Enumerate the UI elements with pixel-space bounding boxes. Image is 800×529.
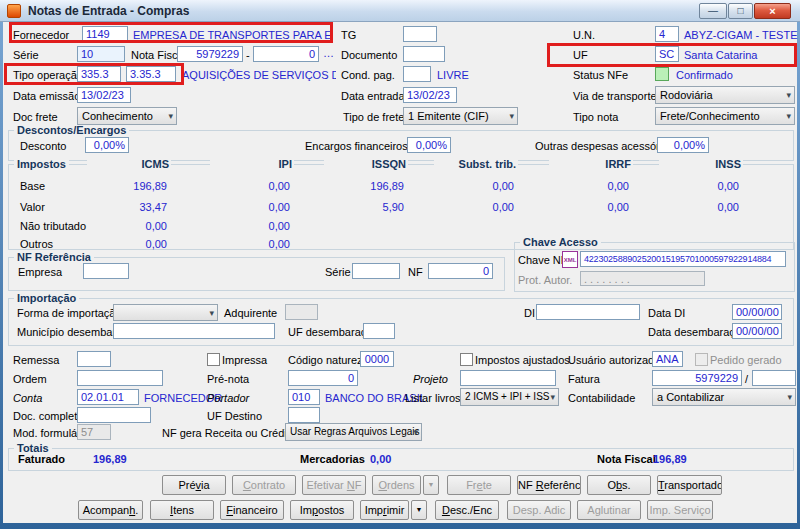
impostos-cell: 0,00 — [97, 238, 167, 250]
fatura-field[interactable]: 5979229 — [652, 370, 742, 386]
minimize-button[interactable]: — — [699, 3, 727, 19]
maximize-button[interactable]: □ — [728, 3, 753, 19]
doc-frete-select[interactable]: Conhecimento▾ — [77, 107, 177, 125]
di-field[interactable] — [536, 304, 640, 320]
serie-field[interactable]: 10 — [77, 46, 125, 62]
codigo-natureza-field[interactable]: 0000 — [360, 351, 394, 367]
desconto-field[interactable]: 0,00% — [85, 137, 129, 153]
pedido-gerado-label: Pedido gerado — [710, 354, 782, 366]
ordens-dropdown-arrow-icon: ▼ — [423, 475, 439, 495]
impostos-cell: 0,00 — [669, 180, 739, 192]
nota-fiscal-total-label: Nota Fiscal — [597, 453, 656, 465]
impostos-button[interactable]: Impostos — [290, 500, 354, 520]
efetivar-nf-button: Efetivar NF — [302, 475, 366, 495]
codigo-natureza-label: Código natureza — [288, 354, 369, 366]
chave-nfe-field[interactable]: 422302588902520015195701000597922914884 — [580, 251, 786, 267]
conta-field[interactable]: 02.01.01 — [77, 389, 139, 405]
xml-icon[interactable]: XML — [562, 251, 578, 268]
faturado-value: 196,89 — [93, 453, 127, 465]
data-di-field[interactable]: 00/00/00 — [732, 304, 782, 320]
encargos-field[interactable]: 0,00% — [407, 137, 451, 153]
di-label: DI — [524, 307, 535, 319]
nota-fiscal-sep: - — [246, 49, 250, 61]
data-di-label: Data DI — [648, 307, 685, 319]
previa-button[interactable]: Prévia — [162, 475, 226, 495]
uf-destino-field[interactable] — [288, 407, 320, 423]
data-emissao-field[interactable]: 13/02/23 — [77, 87, 131, 103]
listar-livros-select[interactable]: 2 ICMS + IPI + ISS▾ — [460, 388, 559, 406]
un-code-field[interactable]: 4 — [655, 26, 679, 42]
doc-frete-value: Conhecimento — [82, 110, 153, 122]
nota-fiscal-field-2[interactable]: 0 — [253, 46, 319, 62]
fatura-field-2[interactable] — [752, 370, 796, 386]
transportadora-button[interactable]: Transportadora — [657, 475, 722, 495]
via-transporte-select[interactable]: Rodoviária▾ — [655, 86, 795, 104]
nf-ref-label: NF — [408, 266, 423, 278]
prot-autor-field: . . . . . . . . — [580, 271, 705, 286]
pre-nota-field[interactable]: 0 — [288, 370, 358, 386]
uf-field[interactable]: SC — [655, 46, 679, 62]
obs-button[interactable]: Obs. — [587, 475, 651, 495]
desc-enc-button[interactable]: Desc./Enc — [435, 500, 499, 520]
ordem-field[interactable] — [77, 370, 163, 386]
documento-label: Documento — [341, 49, 397, 61]
tipo-frete-select[interactable]: 1 Emitente (CIF)▾ — [403, 107, 518, 125]
usuario-autorizado-field[interactable]: ANA — [652, 351, 683, 367]
ordens-button: Ordens — [372, 475, 421, 495]
nota-fiscal-field[interactable]: 5979229 — [177, 46, 243, 62]
outras-despesas-field[interactable]: 0,00% — [657, 137, 709, 153]
uf-destino-label: UF Destino — [207, 410, 262, 422]
impostos-col-icms: ICMS — [87, 158, 171, 170]
group-importacao-title: Importação — [14, 292, 79, 304]
nf-gera-select[interactable]: Usar Regras Arquivos Legais▾ — [285, 423, 422, 441]
chevron-down-icon: ▾ — [787, 392, 792, 402]
tipo-operacao-field-2[interactable]: 3.35.3 — [126, 66, 176, 82]
empresa-field[interactable] — [83, 263, 129, 279]
uf-desembaraco-field[interactable] — [363, 323, 395, 339]
tipo-nota-select[interactable]: Frete/Conhecimento▾ — [655, 107, 795, 125]
group-impostos-title: Impostos — [14, 158, 69, 170]
adquirente-label: Adquirente — [224, 307, 277, 319]
tg-field[interactable] — [403, 26, 437, 42]
tipo-operacao-label: Tipo operação — [13, 69, 83, 81]
impostos-col-issqn: ISSQN — [324, 158, 408, 170]
minimize-icon: — — [708, 6, 718, 16]
status-nfe-label: Status NFe — [573, 69, 628, 81]
acompanh-button[interactable]: Acompanh. — [78, 500, 143, 520]
documento-field[interactable] — [403, 46, 445, 62]
impressa-checkbox[interactable] — [207, 353, 220, 366]
more-button[interactable]: … — [323, 47, 334, 59]
conta-label: Conta — [13, 392, 42, 404]
financeiro-button[interactable]: Financeiro — [220, 500, 284, 520]
faturado-label: Faturado — [18, 453, 65, 465]
tipo-operacao-field-1[interactable]: 335.3 — [77, 66, 121, 82]
data-desembaraco-field[interactable]: 00/00/00 — [732, 323, 782, 339]
doc-completo-field[interactable] — [77, 407, 151, 423]
impressa-label: Impressa — [222, 354, 267, 366]
adquirente-field — [285, 304, 318, 320]
pedido-gerado-checkbox — [695, 353, 708, 366]
projeto-field[interactable] — [460, 370, 556, 386]
nf-referencia-button[interactable]: NF Referência — [517, 475, 581, 495]
fornecedor-code-field[interactable]: 1149 — [82, 26, 128, 42]
close-icon: × — [769, 6, 775, 16]
contabilidade-select[interactable]: a Contabilizar▾ — [652, 388, 796, 406]
group-chave-acesso-title: Chave Acesso — [520, 236, 601, 248]
portador-field[interactable]: 010 — [288, 389, 320, 405]
nf-ref-field[interactable]: 0 — [428, 263, 493, 279]
data-entrada-field[interactable]: 13/02/23 — [403, 87, 457, 103]
tipo-operacao-desc: AQUISIÇÕES DE SERVIÇOS DE TRAN — [182, 69, 336, 81]
imprimir-button[interactable]: Imprimir — [360, 500, 409, 520]
close-button[interactable]: × — [754, 3, 791, 19]
remessa-field[interactable] — [77, 351, 111, 367]
municipio-desembaraco-field[interactable] — [113, 323, 275, 339]
forma-importacao-select: ▾ — [113, 304, 218, 321]
impostos-ajustados-checkbox[interactable] — [460, 353, 473, 366]
serie-ref-field[interactable] — [352, 263, 400, 279]
itens-button[interactable]: Itens — [150, 500, 214, 520]
impostos-cell: 196,89 — [97, 180, 167, 192]
cond-pag-field[interactable] — [403, 66, 431, 82]
usuario-autorizado-label: Usuário autorizado — [568, 354, 660, 366]
portador-label: Portador — [207, 392, 249, 404]
imprimir-dropdown-arrow-icon[interactable]: ▼ — [411, 500, 427, 520]
